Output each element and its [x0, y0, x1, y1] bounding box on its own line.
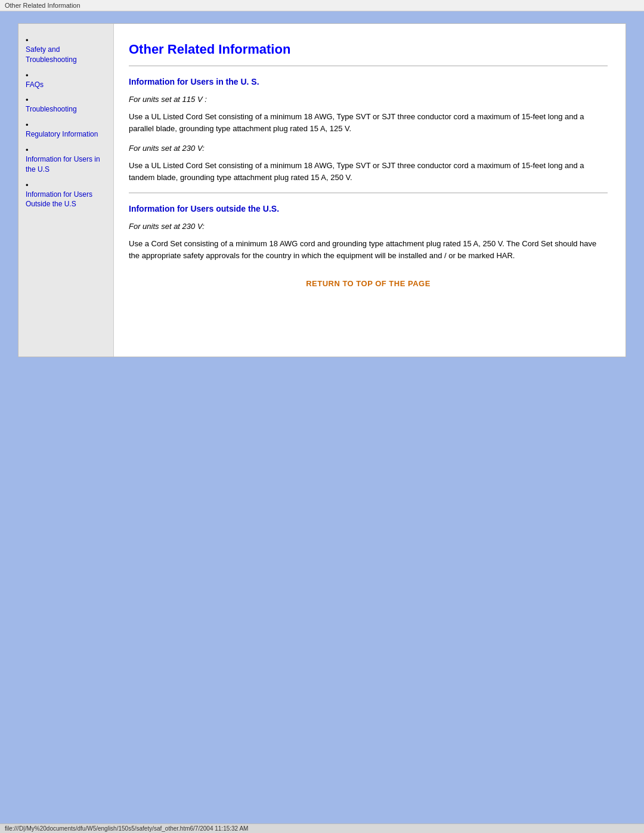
section1-title: Information for Users in the U. S.	[129, 77, 608, 86]
sidebar-item-info-outside[interactable]: Information for Users Outside the U.S	[26, 181, 106, 210]
sidebar-link-faqs[interactable]: FAQs	[26, 80, 106, 90]
page-title: Other Related Information	[129, 42, 608, 57]
section2-note1: For units set at 230 V:	[129, 222, 608, 231]
sidebar: Safety and Troubleshooting FAQs Troubles…	[18, 24, 114, 357]
sidebar-link-info-outside[interactable]: Information for Users Outside the U.S	[26, 190, 106, 210]
sidebar-item-safety-troubleshooting[interactable]: Safety and Troubleshooting	[26, 36, 106, 65]
content-area: Other Related Information Information fo…	[114, 24, 626, 357]
sidebar-link-safety-troubleshooting[interactable]: Safety and Troubleshooting	[26, 45, 106, 65]
sidebar-item-faqs[interactable]: FAQs	[26, 71, 106, 90]
title-bar: Other Related Information	[0, 0, 644, 11]
sidebar-item-info-us[interactable]: Information for Users in the U.S	[26, 145, 106, 175]
section1-note2: For units set at 230 V:	[129, 144, 608, 153]
sidebar-link-troubleshooting[interactable]: Troubleshooting	[26, 104, 106, 114]
section1-note1: For units set at 115 V :	[129, 95, 608, 104]
divider-middle	[129, 193, 608, 193]
section2-body1: Use a Cord Set consisting of a minimum 1…	[129, 238, 608, 261]
sidebar-item-regulatory[interactable]: Regulatory Information	[26, 120, 106, 140]
section1-body2: Use a UL Listed Cord Set consisting of a…	[129, 160, 608, 183]
main-wrapper: Safety and Troubleshooting FAQs Troubles…	[18, 23, 626, 357]
sidebar-item-troubleshooting[interactable]: Troubleshooting	[26, 95, 106, 114]
return-to-top-link[interactable]: RETURN TO TOP OF THE PAGE	[129, 279, 608, 288]
section1-body1: Use a UL Listed Cord Set consisting of a…	[129, 111, 608, 134]
section2-title: Information for Users outside the U.S.	[129, 204, 608, 213]
sidebar-link-info-us[interactable]: Information for Users in the U.S	[26, 154, 106, 175]
divider-top	[129, 66, 608, 66]
title-bar-text: Other Related Information	[5, 2, 80, 9]
sidebar-link-regulatory[interactable]: Regulatory Information	[26, 129, 106, 140]
